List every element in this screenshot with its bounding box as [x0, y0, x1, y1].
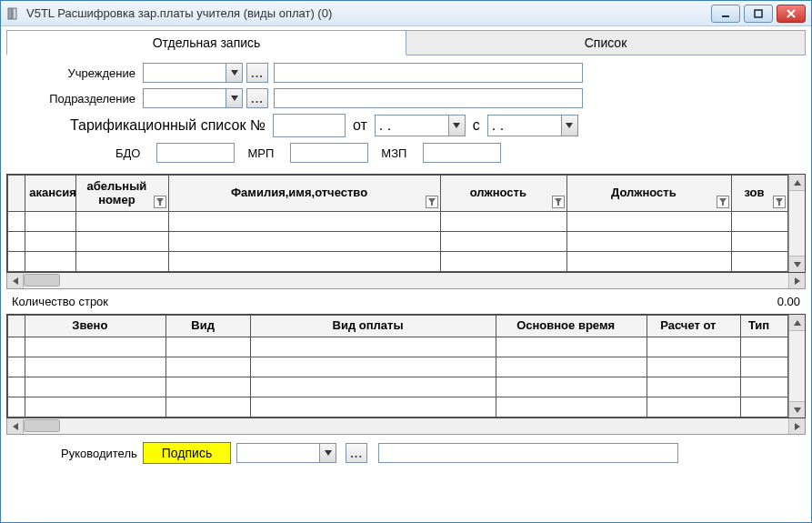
filter-icon[interactable] — [154, 196, 166, 208]
chevron-down-icon[interactable] — [226, 64, 242, 82]
col-fio[interactable]: Фамилия,имя,отчество — [169, 176, 441, 212]
svg-marker-23 — [325, 450, 332, 456]
grid2-hscroll[interactable] — [6, 418, 806, 435]
scroll-track[interactable] — [789, 331, 805, 401]
scroll-track[interactable] — [789, 191, 805, 256]
label-department: Подразделение — [25, 92, 143, 106]
close-button[interactable] — [777, 5, 806, 23]
scroll-right-icon[interactable] — [788, 418, 805, 434]
scroll-down-icon[interactable] — [789, 401, 805, 417]
svg-marker-18 — [795, 277, 800, 285]
scroll-thumb[interactable] — [24, 274, 60, 287]
chevron-down-icon[interactable] — [561, 116, 577, 136]
combo-value: . . — [488, 116, 561, 136]
tab-single-record[interactable]: Отдельная запись — [6, 30, 406, 55]
col-vid-oplaty[interactable]: Вид оплаты — [251, 316, 496, 337]
col-tip[interactable]: Тип — [741, 316, 788, 337]
lookup-leader-button[interactable]: ... — [346, 443, 367, 463]
scroll-track[interactable] — [24, 273, 788, 288]
scroll-left-icon[interactable] — [7, 273, 24, 288]
leader-name-display — [378, 443, 678, 463]
combo-department[interactable] — [143, 88, 243, 108]
col-osn-vremya[interactable]: Основное время — [496, 316, 647, 337]
col-position-full[interactable]: Должность — [566, 176, 731, 212]
svg-rect-0 — [8, 8, 12, 19]
combo-value — [144, 89, 226, 107]
signer-row: Руководитель Подпись ... — [6, 438, 806, 466]
grid2-container: Звено Вид Вид оплаты Основное время Расч… — [6, 314, 806, 435]
grid1-hscroll[interactable] — [6, 273, 806, 289]
titlebar: V5TL Расшифровка зар.платы учителя (виды… — [1, 1, 811, 26]
grid2-vscroll[interactable] — [788, 315, 805, 417]
combo-value: . . — [376, 116, 448, 136]
scroll-up-icon[interactable] — [789, 315, 805, 331]
combo-leader[interactable] — [236, 443, 336, 463]
table-row[interactable] — [8, 212, 788, 232]
col-position-short[interactable]: олжность — [440, 176, 566, 212]
combo-institution[interactable] — [143, 63, 243, 83]
table-row[interactable] — [8, 337, 788, 357]
svg-marker-14 — [776, 198, 783, 206]
table-row[interactable] — [8, 252, 788, 272]
minimize-button[interactable] — [711, 5, 740, 23]
col-tabno[interactable]: абельныйномер — [75, 176, 168, 212]
table-row[interactable] — [8, 232, 788, 252]
grid1-container: акансия абельныйномер Фамилия,имя,отчест… — [6, 174, 806, 289]
tariff-number-input[interactable] — [273, 114, 346, 137]
filter-icon[interactable] — [773, 196, 786, 208]
scroll-track[interactable] — [24, 418, 788, 434]
grid2[interactable]: Звено Вид Вид оплаты Основное время Расч… — [7, 315, 788, 417]
label-since: с — [473, 117, 480, 134]
svg-marker-8 — [453, 123, 460, 128]
svg-marker-21 — [13, 423, 18, 430]
svg-marker-12 — [555, 198, 562, 206]
svg-marker-11 — [428, 198, 436, 206]
grid1[interactable]: акансия абельныйномер Фамилия,имя,отчест… — [7, 175, 788, 272]
filter-icon[interactable] — [552, 196, 565, 208]
content-area: Отдельная запись Список Учреждение ... — [1, 26, 811, 522]
chevron-down-icon[interactable] — [226, 89, 242, 107]
scroll-right-icon[interactable] — [788, 273, 805, 288]
tab-list[interactable]: Список — [406, 30, 806, 55]
form-area: Учреждение ... Подразделение — [6, 59, 806, 170]
maximize-button[interactable] — [744, 5, 773, 23]
rowcount-label: Количество строк — [12, 295, 108, 308]
mzp-input[interactable] — [423, 143, 501, 163]
grid1-vscroll[interactable] — [788, 175, 805, 272]
col-vid[interactable]: Вид — [166, 316, 251, 337]
institution-name-display — [274, 63, 583, 83]
row-institution: Учреждение ... — [25, 63, 798, 83]
chevron-down-icon[interactable] — [319, 444, 336, 462]
filter-icon[interactable] — [717, 196, 729, 208]
scroll-left-icon[interactable] — [7, 418, 24, 434]
scroll-up-icon[interactable] — [789, 175, 805, 191]
app-icon — [6, 6, 21, 21]
col-zov[interactable]: зов — [732, 176, 788, 212]
svg-marker-13 — [719, 198, 727, 206]
scroll-down-icon[interactable] — [789, 256, 805, 272]
label-leader: Руководитель — [61, 447, 137, 460]
combo-date-from[interactable]: . . — [375, 115, 466, 136]
svg-marker-15 — [794, 180, 801, 186]
row-marker-header — [8, 176, 25, 212]
lookup-institution-button[interactable]: ... — [246, 63, 268, 83]
col-raschet-ot[interactable]: Расчет от — [647, 316, 741, 337]
table-row[interactable] — [8, 377, 788, 397]
department-name-display — [274, 88, 583, 108]
svg-marker-19 — [794, 320, 801, 326]
window-buttons — [711, 5, 806, 23]
row-count-bar: Количество строк 0.00 — [6, 293, 806, 310]
table-row[interactable] — [8, 397, 788, 417]
filter-icon[interactable] — [426, 196, 438, 208]
table-row[interactable] — [8, 357, 788, 377]
lookup-department-button[interactable]: ... — [246, 88, 268, 108]
scroll-thumb[interactable] — [24, 419, 60, 432]
col-zveno[interactable]: Звено — [25, 316, 165, 337]
combo-date-since[interactable]: . . — [487, 115, 578, 136]
svg-marker-9 — [566, 123, 573, 128]
chevron-down-icon[interactable] — [448, 116, 465, 136]
bdo-input[interactable] — [156, 143, 235, 163]
sign-button[interactable]: Подпись — [143, 442, 231, 464]
mrp-input[interactable] — [290, 143, 368, 163]
col-vacancy[interactable]: акансия — [25, 176, 75, 212]
